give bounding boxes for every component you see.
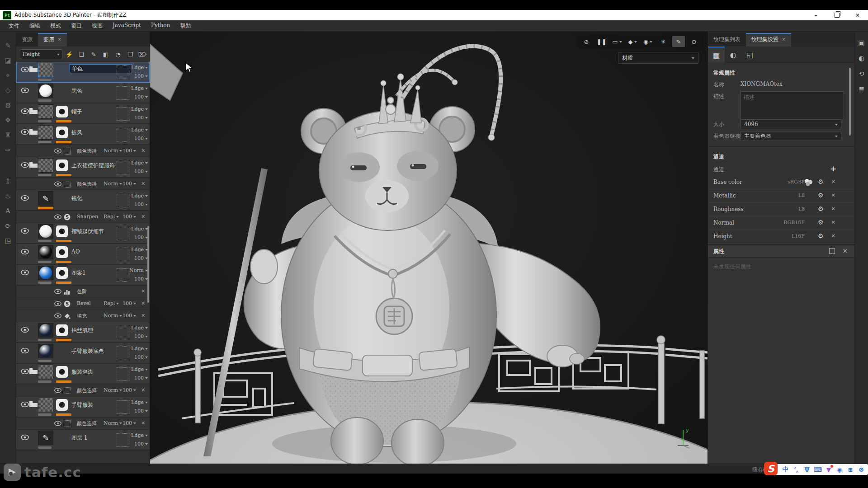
layer-effect-row[interactable]: S Sharpen Repl 100 ✕ [16,211,150,223]
layer-row[interactable]: ✎ 锐化 Ldge 100 [16,190,150,211]
blend-opacity[interactable]: Ldge 100 [128,192,148,209]
menu-JavaScript[interactable]: JavaScript [108,22,146,30]
layer-name[interactable]: 手臂服装底色 [71,347,104,355]
effect-name[interactable]: 颜色选择 [77,387,97,394]
ime-grid-icon[interactable]: ⊞ [845,465,855,474]
remove-effect-icon[interactable]: ✕ [141,214,145,220]
layer-thumbnail[interactable]: ✎ [38,224,53,239]
effect-name[interactable]: 色阶 [77,288,87,295]
blend-opacity[interactable]: Ldge 100 [128,398,148,415]
remove-effect-icon[interactable]: ✕ [141,148,145,154]
menu-窗口[interactable]: 窗口 [66,22,87,30]
effect-blend-mode[interactable]: Norm [104,148,118,154]
layer-name[interactable]: 黑色 [71,87,82,95]
blend-mode[interactable]: Ldge [131,226,144,232]
blend-mode[interactable]: Ldge [131,325,144,331]
ime-punct-icon[interactable]: ’, [791,465,801,474]
layer-thumbnail[interactable]: ✎ [38,365,53,379]
pause-engine-icon[interactable]: ❚❚ [595,36,608,47]
layer-thumbnail[interactable]: ✎ [38,191,53,206]
menu-帮助[interactable]: 帮助 [175,22,196,30]
blend-mode[interactable]: Ldge [131,193,144,199]
mask-thumbnail[interactable] [56,225,68,237]
layer-thumbnail[interactable]: ✎ [38,125,53,140]
menu-视图[interactable]: 视图 [87,22,108,30]
blend-opacity[interactable]: Ldge 100 [128,84,148,101]
text-resource-icon[interactable]: A [2,205,14,217]
blend-mode[interactable]: Ldge [131,85,144,91]
visibility-eye-icon[interactable] [21,401,29,408]
effect-name[interactable]: 颜色选择 [77,420,97,427]
layer-row[interactable]: ✎ 褶皱起伏细节 Ldge 100 [16,223,150,244]
export-icon[interactable]: ↥ [2,175,14,187]
polygon-fill-tool-icon[interactable]: ◇ [2,84,14,96]
ime-lang-icon[interactable]: 中 [780,465,790,474]
add-channel-button[interactable]: + [830,164,836,173]
layer-name[interactable]: 披风 [71,129,82,136]
opacity-value[interactable]: 100 [134,136,144,141]
layer-row[interactable]: ✎ 手臂服装底色 Ldge 100 [16,343,150,364]
remove-effect-icon[interactable]: ✕ [141,288,145,294]
effect-opacity[interactable]: 100 [123,181,132,187]
layer-name[interactable]: 图层 1 [71,434,87,442]
layer-name[interactable]: 手臂服装 [71,401,93,409]
mesh-maps-icon[interactable]: ◱ [741,47,758,63]
minimize-button[interactable]: – [806,10,826,20]
effect-opacity[interactable]: 100 [123,214,132,220]
resources-updater-icon[interactable]: ⟳ [2,220,14,232]
material-dropdown[interactable]: 材质 [618,52,698,64]
paint-brush-icon[interactable]: ✎ [88,49,99,59]
shader-link-dropdown[interactable]: 主要着色器 [741,131,841,141]
blend-mode[interactable]: Ldge [131,106,144,112]
effect-blend-mode[interactable]: Repl [104,300,115,306]
opacity-value[interactable]: 100 [134,408,144,414]
menu-文件[interactable]: 文件 [4,22,24,30]
effect-name[interactable]: 颜色选择 [77,181,97,188]
effect-name[interactable]: Bevel [77,300,91,306]
channel-format[interactable]: L8 [798,192,805,198]
remove-effect-icon[interactable]: ✕ [141,313,145,319]
menu-Python[interactable]: Python [146,22,175,30]
ime-keyboard-icon[interactable]: ⌨ [813,465,823,474]
effect-name[interactable]: Sharpen [77,214,98,220]
material-picker-tool-icon[interactable]: ✑ [2,144,14,156]
opacity-value[interactable]: 100 [134,354,144,360]
visibility-eye-icon[interactable] [21,368,29,375]
menu-编辑[interactable]: 编辑 [24,22,45,30]
layer-thumbnail[interactable]: ✎ [38,398,53,412]
layer-name[interactable]: 锐化 [71,195,82,202]
visibility-eye-icon[interactable] [54,421,61,426]
layer-name[interactable]: 帽子 [71,108,82,116]
visibility-eye-icon[interactable] [21,327,29,333]
tab-纹理集列表[interactable]: 纹理集列表 [708,33,746,47]
channel-format[interactable]: L16F [792,233,805,239]
opacity-value[interactable]: 100 [134,441,144,447]
clone-tool-icon[interactable]: ❖ [2,114,14,126]
layer-thumbnail[interactable]: ✎ [38,266,53,280]
layer-row[interactable]: ✎ 帽子 Ldge 100 [16,103,150,124]
blend-opacity[interactable]: Ldge 100 [128,431,148,448]
layer-name[interactable]: 褶皱起伏细节 [71,228,104,235]
layer-row[interactable]: ✎ Ldge 100 [16,62,150,83]
opacity-value[interactable]: 100 [134,255,144,261]
layer-row[interactable]: ✎ 抽丝肌理 Ldge 100 [16,322,150,343]
opacity-value[interactable]: 100 [134,333,144,339]
remove-channel-icon[interactable]: ✕ [831,233,835,239]
settings-scrollbar[interactable] [849,68,851,136]
layer-row[interactable]: ✎ 图案1 Norm 100 [16,265,150,286]
assets-icon[interactable]: ◳ [2,235,14,247]
channel-format[interactable]: L8 [798,206,805,212]
tab-图层[interactable]: 图层 ✕ [38,33,67,47]
blend-opacity[interactable]: Ldge 100 [128,159,148,176]
opacity-value[interactable]: 100 [134,235,144,240]
layer-row[interactable]: ✎ 披风 Ldge 100 [16,124,150,145]
smudge-tool-icon[interactable]: ⊠ [2,99,14,111]
effect-blend-mode[interactable]: Norm [104,313,118,319]
layer-row[interactable]: ✎ 黑色 Ldge 100 [16,83,150,103]
visibility-eye-icon[interactable] [21,434,29,441]
shader-ball-icon[interactable]: ◐ [725,47,741,63]
layer-row[interactable]: ✎ 手臂服装 Ldge 100 [16,397,150,418]
screenshot-icon[interactable]: ⊙ [688,36,700,47]
visibility-eye-icon[interactable] [21,249,29,255]
tab-资源[interactable]: 资源 [16,33,38,47]
